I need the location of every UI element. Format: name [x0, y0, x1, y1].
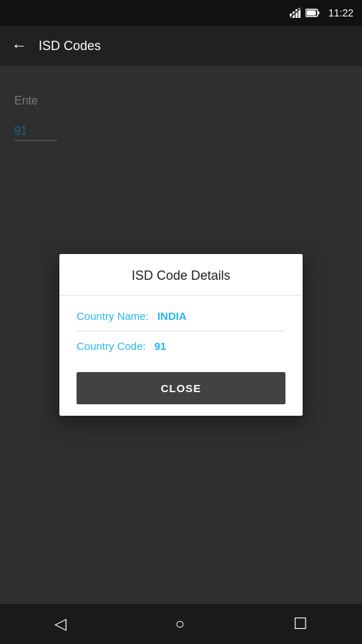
nav-recents-button[interactable]: ☐ [293, 615, 308, 633]
dialog-backdrop: ISD Code Details Country Name: INDIA Cou… [0, 66, 362, 604]
dialog-title: ISD Code Details [59, 254, 303, 296]
country-name-value: INDIA [157, 310, 187, 322]
country-code-row: Country Code: 91 [77, 340, 285, 352]
back-button[interactable]: ← [11, 36, 27, 55]
country-name-label: Country Name: [77, 310, 149, 322]
svg-rect-6 [318, 11, 319, 14]
app-bar-title: ISD Codes [39, 39, 101, 54]
dialog: ISD Code Details Country Name: INDIA Cou… [59, 254, 303, 416]
nav-home-button[interactable]: ○ [175, 615, 185, 633]
dialog-actions: CLOSE [59, 366, 303, 416]
svg-rect-7 [306, 11, 315, 16]
status-icons: 11:22 [290, 7, 353, 19]
country-code-label: Country Code: [77, 340, 146, 352]
battery-icon [305, 9, 320, 17]
dialog-body: Country Name: INDIA Country Code: 91 [59, 296, 303, 366]
nav-back-button[interactable]: ◁ [54, 615, 67, 633]
status-bar: 11:22 [0, 0, 362, 26]
country-code-value: 91 [155, 340, 167, 352]
close-button[interactable]: CLOSE [77, 372, 285, 404]
app-bar: ← ISD Codes [0, 26, 362, 66]
country-name-row: Country Name: INDIA [77, 310, 285, 322]
nav-bar: ◁ ○ ☐ [0, 604, 362, 644]
dialog-divider [77, 331, 285, 331]
status-time: 11:22 [328, 7, 353, 19]
signal-icon [290, 8, 301, 18]
